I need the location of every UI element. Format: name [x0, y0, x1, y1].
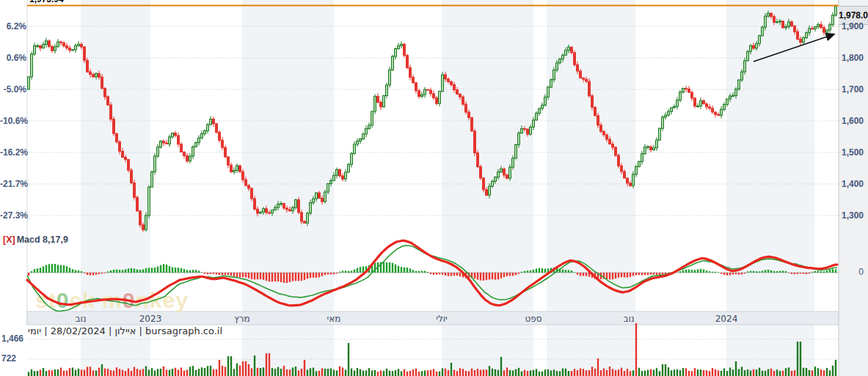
candle — [342, 176, 344, 179]
candle — [753, 45, 755, 48]
candle — [817, 24, 820, 26]
volume-bar — [154, 371, 156, 376]
volume-bar — [365, 370, 367, 376]
candle — [336, 169, 338, 175]
volume-bar — [186, 370, 188, 376]
candle — [316, 193, 318, 199]
macd-histogram-bar — [412, 270, 414, 273]
volume-bar — [128, 369, 129, 376]
candle — [803, 37, 805, 42]
volume-bar — [371, 370, 373, 376]
volume-bar — [624, 371, 625, 376]
volume-bar — [618, 369, 619, 376]
macd-histogram-bar — [398, 266, 399, 273]
volume-bar — [539, 372, 540, 376]
candle — [295, 200, 297, 208]
volume-bar — [694, 368, 696, 376]
volume-bar — [471, 369, 473, 376]
candle — [741, 72, 743, 80]
macd-histogram-bar — [274, 273, 276, 281]
candle — [113, 119, 115, 134]
volume-bar — [230, 356, 232, 376]
macd-histogram-bar — [75, 270, 76, 273]
volume-bar — [40, 370, 41, 376]
candle — [189, 156, 192, 161]
volume-bar — [814, 366, 816, 376]
macd-histogram-bar — [474, 273, 475, 279]
volume-bar — [480, 370, 481, 376]
macd-histogram-bar — [245, 273, 247, 277]
volume-bar — [304, 360, 305, 376]
candle — [715, 112, 717, 114]
candle — [248, 185, 250, 188]
volume-bar — [762, 371, 763, 376]
candle — [465, 104, 467, 112]
macd-histogram-bar — [307, 273, 308, 279]
macd-histogram-bar — [131, 268, 132, 273]
candle — [615, 147, 617, 155]
volume-bar — [609, 366, 610, 376]
candle — [242, 172, 244, 180]
candle — [324, 192, 327, 202]
macd-close-button[interactable]: [X] — [3, 235, 15, 245]
candle — [797, 32, 799, 39]
volume-bar — [671, 370, 672, 376]
volume-bar — [289, 369, 291, 376]
candle — [656, 140, 658, 148]
volume-bar — [603, 369, 605, 376]
macd-histogram-bar — [527, 270, 528, 273]
macd-histogram-bar — [362, 267, 364, 273]
macd-histogram-bar — [351, 270, 352, 273]
volume-bar — [597, 358, 599, 376]
candle — [621, 166, 623, 172]
candle — [254, 199, 256, 209]
volume-bar — [95, 371, 97, 376]
macd-histogram-bar — [172, 268, 173, 273]
macd-histogram-bar — [236, 273, 238, 277]
macd-histogram-bar — [225, 273, 226, 275]
candle — [591, 96, 594, 108]
volume-bar — [588, 370, 590, 376]
volume-bar — [559, 372, 561, 376]
price-chart-canvas[interactable]: st0ck m0nkey — [0, 0, 868, 376]
candle — [380, 103, 382, 107]
macd-histogram-bar — [767, 270, 769, 273]
macd-histogram-bar — [254, 273, 255, 279]
volume-bar — [54, 369, 56, 376]
macd-histogram-bar — [34, 269, 35, 273]
macd-histogram-bar — [113, 270, 114, 273]
candle — [28, 77, 30, 89]
macd-histogram-bar — [230, 273, 232, 276]
volume-bar — [468, 371, 470, 376]
volume-bar — [60, 368, 62, 376]
volume-bar — [676, 369, 678, 376]
volume-bar — [577, 370, 578, 376]
macd-histogram-bar — [216, 273, 217, 275]
candle — [401, 44, 403, 45]
candle — [34, 45, 36, 54]
volume-bar — [436, 372, 437, 376]
candle — [565, 51, 567, 56]
candle — [169, 137, 171, 144]
macd-histogram-bar — [750, 271, 751, 273]
macd-histogram-bar — [409, 268, 411, 273]
macd-histogram-bar — [512, 273, 514, 276]
volume-bar — [524, 370, 525, 376]
volume-bar — [418, 372, 420, 376]
volume-bar — [817, 368, 819, 376]
candle — [630, 183, 632, 185]
macd-histogram-bar — [175, 268, 176, 273]
macd-histogram-bar — [43, 266, 44, 273]
volume-bar — [750, 371, 751, 376]
macd-histogram-bar — [345, 270, 346, 273]
volume-bar — [160, 369, 161, 376]
volume-bar — [269, 353, 270, 376]
volume-bar — [647, 370, 649, 376]
candle — [318, 193, 321, 198]
candle — [195, 143, 197, 147]
macd-histogram-bar — [726, 273, 728, 276]
volume-bar — [398, 369, 399, 376]
volume-bar — [723, 369, 725, 376]
current-price-label: 1,975.94 — [28, 0, 65, 4]
volume-bar — [354, 371, 355, 376]
